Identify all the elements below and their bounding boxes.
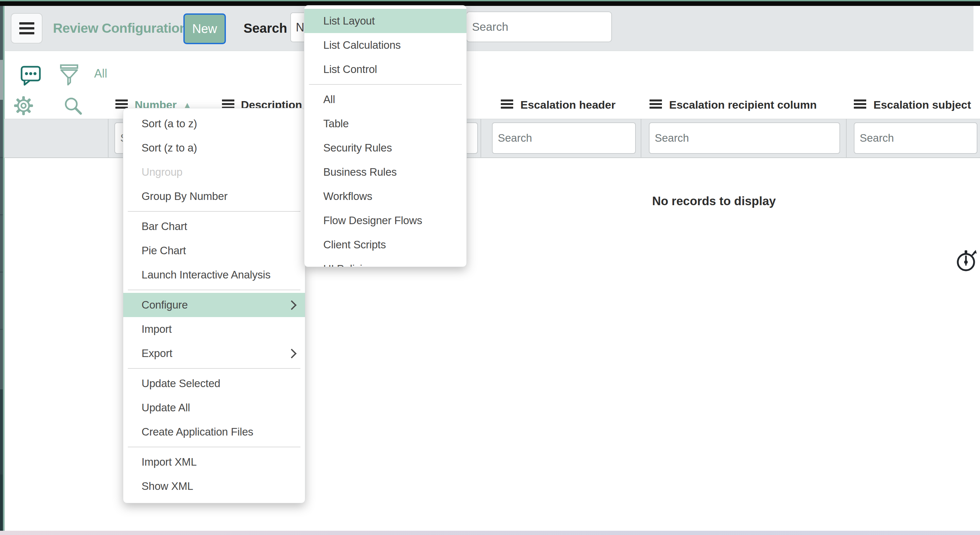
rail-segment-dark <box>0 390 3 474</box>
menu-item-label: Table <box>323 117 349 130</box>
menu-item-label: Show XML <box>142 480 193 492</box>
rail-segment-darker <box>0 474 3 531</box>
filter-column-divider <box>108 119 108 158</box>
menu-divider <box>128 290 301 290</box>
column-search-input-5[interactable] <box>854 122 977 154</box>
context-menu-item-pie-chart[interactable]: Pie Chart <box>123 238 305 263</box>
column-search-input-3[interactable] <box>492 122 636 154</box>
column-header-escalation-subject[interactable]: Escalation subject <box>873 99 971 111</box>
list-menu-button[interactable] <box>11 13 43 43</box>
menu-item-label: List Layout <box>323 15 375 27</box>
column-menu-icon[interactable] <box>501 99 513 109</box>
menu-item-label: Sort (z to a) <box>142 142 197 154</box>
top-black-strip <box>0 1 980 6</box>
menu-item-label: Launch Interactive Analysis <box>142 269 270 281</box>
context-menu-item-group-by-number[interactable]: Group By Number <box>123 184 305 208</box>
menu-divider <box>128 447 301 447</box>
column-menu-icon[interactable] <box>854 99 866 109</box>
context-menu-item-sort-z-to-a-[interactable]: Sort (z to a) <box>123 136 305 160</box>
menu-item-label: Update All <box>142 401 190 414</box>
menu-item-label: Sort (a to z) <box>142 117 197 130</box>
column-menu-icon[interactable] <box>649 99 662 109</box>
menu-item-label: Bar Chart <box>142 220 187 233</box>
submenu-item-ui-policies[interactable]: UI Policies <box>304 257 466 267</box>
stopwatch-icon <box>953 246 980 273</box>
column-search-input-4[interactable] <box>649 122 840 154</box>
menu-item-label: Update Selected <box>142 377 220 390</box>
filter-icon[interactable] <box>60 64 79 86</box>
context-menu-item-create-application-files[interactable]: Create Application Files <box>123 420 305 444</box>
chat-icon[interactable] <box>20 66 41 86</box>
menu-item-label: Configure <box>142 299 188 311</box>
submenu-item-workflows[interactable]: Workflows <box>304 184 466 208</box>
gear-icon[interactable] <box>13 95 34 116</box>
menu-item-label: Export <box>142 347 172 359</box>
submenu-item-list-control[interactable]: List Control <box>304 57 466 81</box>
search-icon[interactable] <box>63 96 83 116</box>
submenu-item-list-calculations[interactable]: List Calculations <box>304 33 466 57</box>
menu-item-label: Import XML <box>142 456 197 468</box>
context-menu-item-launch-interactive-analysis[interactable]: Launch Interactive Analysis <box>123 263 305 287</box>
menu-divider <box>309 84 462 85</box>
filter-column-divider <box>641 119 641 158</box>
menu-item-label: Create Application Files <box>142 426 253 438</box>
submenu-item-client-scripts[interactable]: Client Scripts <box>304 233 466 257</box>
context-menu-item-sort-a-to-z-[interactable]: Sort (a to z) <box>123 112 305 136</box>
column-menu-icon[interactable] <box>222 99 234 109</box>
menu-item-label: Business Rules <box>323 166 397 178</box>
filter-column-divider <box>480 119 481 158</box>
left-rail-accent-line <box>3 6 5 531</box>
menu-item-label: List Control <box>323 63 377 76</box>
column-header-escalation-recipient-column[interactable]: Escalation recipient column <box>669 99 817 111</box>
filter-column-divider <box>846 119 846 158</box>
submenu-item-list-layout[interactable]: List Layout <box>304 9 466 33</box>
context-menu-item-bar-chart[interactable]: Bar Chart <box>123 214 305 238</box>
configure-submenu: List LayoutList CalculationsList Control… <box>304 5 467 267</box>
context-menu-item-configure[interactable]: Configure <box>123 293 305 317</box>
chevron-right-icon <box>287 348 297 358</box>
context-menu-item-update-all[interactable]: Update All <box>123 396 305 420</box>
menu-item-label: Ungroup <box>142 166 182 178</box>
bottom-edge-strip <box>0 531 980 535</box>
context-menu-item-import-xml[interactable]: Import XML <box>123 450 305 474</box>
menu-item-label: Group By Number <box>142 190 228 203</box>
search-label: Search <box>243 6 287 51</box>
rail-divider <box>0 271 3 273</box>
column-header-escalation-header[interactable]: Escalation header <box>520 99 616 111</box>
submenu-item-all[interactable]: All <box>304 87 466 112</box>
submenu-item-table[interactable]: Table <box>304 112 466 136</box>
filter-breadcrumb-all[interactable]: All <box>94 65 107 82</box>
menu-item-label: All <box>323 93 335 106</box>
app-canvas: Review Configurations New Search N All <box>0 0 980 535</box>
column-context-menu: Sort (a to z)Sort (z to a)UngroupGroup B… <box>123 108 305 503</box>
menu-item-label: Import <box>142 323 172 335</box>
submenu-item-flow-designer-flows[interactable]: Flow Designer Flows <box>304 208 466 233</box>
chevron-right-icon <box>287 300 297 310</box>
menu-item-label: Security Rules <box>323 142 392 154</box>
menu-item-label: Pie Chart <box>142 244 186 257</box>
empty-state-message: No records to display <box>652 194 776 208</box>
submenu-item-business-rules[interactable]: Business Rules <box>304 160 466 184</box>
page-title: Review Configurations <box>53 6 195 51</box>
rail-divider <box>0 157 3 158</box>
menu-item-label: UI Policies <box>323 263 374 267</box>
hamburger-icon <box>19 22 34 24</box>
menu-item-label: Workflows <box>323 190 372 203</box>
context-menu-item-update-selected[interactable]: Update Selected <box>123 371 305 396</box>
new-button[interactable]: New <box>183 13 226 44</box>
context-menu-item-import[interactable]: Import <box>123 317 305 341</box>
submenu-item-security-rules[interactable]: Security Rules <box>304 136 466 160</box>
menu-divider <box>128 211 301 212</box>
rail-divider <box>0 214 3 215</box>
rail-scroll-thumb[interactable] <box>0 60 3 100</box>
column-menu-icon[interactable] <box>115 99 128 109</box>
menu-item-label: Client Scripts <box>323 238 386 251</box>
context-menu-item-ungroup: Ungroup <box>123 160 305 184</box>
context-menu-item-show-xml[interactable]: Show XML <box>123 474 305 498</box>
menu-divider <box>128 368 301 369</box>
header-search-input[interactable] <box>466 11 612 42</box>
context-menu-item-export[interactable]: Export <box>123 341 305 366</box>
menu-item-label: List Calculations <box>323 39 401 51</box>
left-nav-rail <box>0 6 3 531</box>
menu-item-label: Flow Designer Flows <box>323 214 422 227</box>
